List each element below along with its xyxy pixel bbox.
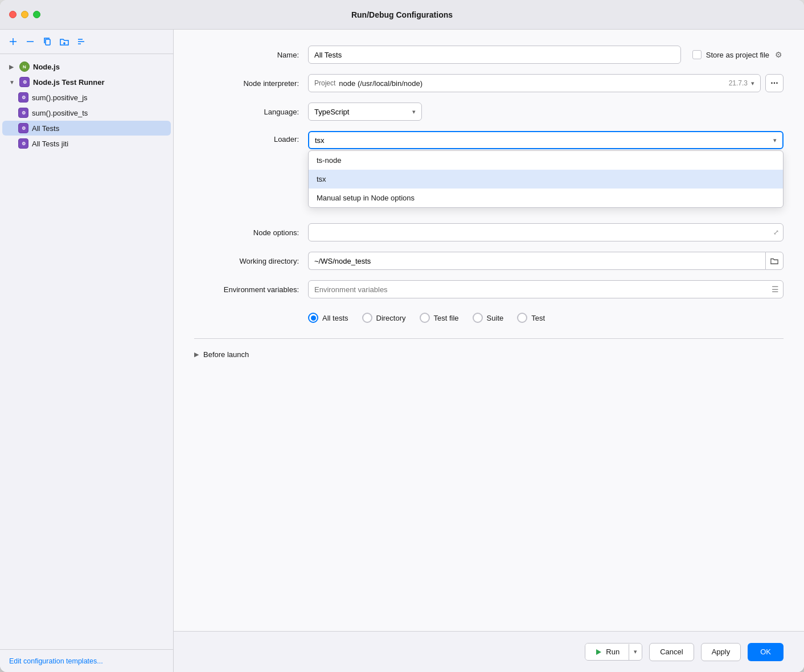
sidebar-item-sum-positive-js[interactable]: ⚙ sum().positive_js (2, 90, 171, 105)
loader-value: tsx (315, 136, 325, 145)
minimize-button[interactable] (21, 11, 28, 18)
before-launch[interactable]: ▶ Before launch (194, 350, 784, 359)
radio-all-tests-outer (308, 313, 318, 323)
loader-dropdown: ts-node tsx Manual setup in Node options (308, 150, 784, 208)
interpreter-more-button[interactable]: ··· (765, 74, 784, 92)
traffic-lights (9, 11, 40, 18)
sort-button[interactable] (75, 35, 88, 48)
cancel-button[interactable]: Cancel (649, 643, 694, 661)
run-dropdown-button[interactable]: ▾ (629, 644, 642, 659)
name-row: Name: Store as project file ⚙ (194, 46, 784, 64)
sidebar-item-label: sum().positive_js (32, 93, 88, 102)
svg-rect-3 (46, 39, 50, 45)
interpreter-path: node (/usr/local/bin/node) (339, 79, 422, 88)
env-vars-field: ☰ (308, 280, 784, 298)
ok-button[interactable]: OK (748, 643, 784, 661)
sidebar-item-label: sum().positive_ts (32, 109, 88, 117)
sidebar-item-sum-positive-ts[interactable]: ⚙ sum().positive_ts (2, 105, 171, 120)
test-scope-group: All tests Directory Test file (308, 313, 545, 323)
language-select[interactable]: TypeScript ▾ (308, 103, 422, 121)
working-dir-field (308, 252, 784, 270)
radio-suite[interactable]: Suite (473, 313, 504, 323)
loader-row: Loader: tsx ▾ ts-node tsx Manual setup i… (194, 131, 784, 149)
test-icon: ⚙ (18, 123, 28, 133)
working-dir-input[interactable] (308, 252, 765, 270)
test-runner-icon: ⚙ (19, 77, 30, 87)
copy-config-button[interactable] (41, 35, 54, 48)
test-scope-row: All tests Directory Test file (194, 309, 784, 327)
run-button[interactable]: Run (585, 644, 629, 660)
new-folder-button[interactable] (58, 35, 71, 48)
language-label: Language: (194, 108, 308, 116)
language-value: TypeScript (314, 108, 349, 116)
sidebar-toolbar (0, 30, 173, 54)
name-input[interactable] (308, 46, 681, 64)
apply-button[interactable]: Apply (701, 643, 741, 661)
before-launch-label: Before launch (203, 350, 249, 359)
radio-all-tests-label: All tests (322, 314, 348, 322)
radio-all-tests[interactable]: All tests (308, 313, 348, 323)
sidebar-item-all-tests[interactable]: ⚙ All Tests (2, 121, 171, 136)
edit-templates-link[interactable]: Edit configuration templates... (9, 657, 103, 665)
add-config-button[interactable] (7, 35, 19, 48)
radio-test[interactable]: Test (517, 313, 545, 323)
loader-option-manual[interactable]: Manual setup in Node options (309, 189, 783, 207)
sidebar-item-nodejs[interactable]: ▶ N Node.js (2, 59, 171, 74)
name-label: Name: (194, 51, 308, 59)
env-vars-row: Environment variables: ☰ (194, 280, 784, 298)
expand-icon: ⤢ (773, 228, 779, 236)
titlebar: Run/Debug Configurations (0, 0, 804, 30)
section-divider (194, 338, 784, 339)
language-chevron-icon: ▾ (412, 108, 416, 116)
language-row: Language: TypeScript ▾ (194, 103, 784, 121)
test-icon: ⚙ (18, 92, 28, 103)
store-project-label: Store as project file (706, 51, 769, 59)
sidebar-item-nodejs-test-runner[interactable]: ▼ ⚙ Node.js Test Runner (2, 75, 171, 89)
sidebar-footer: Edit configuration templates... (0, 649, 173, 672)
sidebar-item-all-tests-jiti[interactable]: ⚙ All Tests jiti (2, 136, 171, 151)
loader-dropdown-container: tsx ▾ ts-node tsx Manual setup in Node o… (308, 131, 784, 149)
node-options-field: ⤢ (308, 223, 784, 241)
interpreter-select[interactable]: Project node (/usr/local/bin/node) 21.7.… (308, 74, 761, 92)
config-form: Name: Store as project file ⚙ Node inter… (174, 30, 804, 631)
nodejs-icon: N (19, 62, 30, 72)
main-content: ▶ N Node.js ▼ ⚙ Node.js Test Runner (0, 30, 804, 672)
env-vars-input[interactable] (308, 280, 784, 298)
env-vars-icon: ☰ (772, 285, 779, 294)
sidebar-item-label: All Tests (32, 124, 59, 133)
radio-test-outer (517, 313, 527, 323)
interpreter-field: Project node (/usr/local/bin/node) 21.7.… (308, 74, 784, 92)
loader-option-tsx[interactable]: tsx (309, 170, 783, 189)
radio-test-file[interactable]: Test file (420, 313, 459, 323)
loader-option-ts-node[interactable]: ts-node (309, 151, 783, 170)
radio-directory-label: Directory (376, 314, 406, 322)
working-dir-row: Working directory: (194, 252, 784, 270)
loader-label: Loader: (194, 131, 308, 144)
right-panel: Name: Store as project file ⚙ Node inter… (174, 30, 804, 672)
test-icon: ⚙ (18, 138, 28, 149)
sidebar-item-label: All Tests jiti (32, 140, 68, 148)
node-options-label: Node options: (194, 228, 308, 237)
folder-browse-button[interactable] (765, 252, 784, 270)
close-button[interactable] (9, 11, 17, 18)
loader-select[interactable]: tsx ▾ (308, 131, 784, 149)
store-project-container: Store as project file ⚙ (692, 49, 784, 60)
maximize-button[interactable] (33, 11, 40, 18)
radio-directory[interactable]: Directory (362, 313, 406, 323)
node-options-input[interactable] (308, 223, 784, 241)
radio-test-file-label: Test file (434, 314, 459, 322)
window-title: Run/Debug Configurations (351, 10, 453, 19)
test-icon: ⚙ (18, 108, 28, 118)
radio-test-file-outer (420, 313, 430, 323)
radio-suite-outer (473, 313, 483, 323)
gear-button[interactable]: ⚙ (774, 49, 784, 60)
run-label: Run (606, 648, 620, 656)
before-launch-chevron-icon: ▶ (194, 351, 199, 358)
play-triangle (596, 649, 601, 655)
store-project-checkbox[interactable] (692, 50, 702, 59)
sidebar: ▶ N Node.js ▼ ⚙ Node.js Test Runner (0, 30, 174, 672)
interpreter-project-label: Project (314, 79, 335, 87)
play-icon (594, 648, 602, 656)
interpreter-row: Node interpreter: Project node (/usr/loc… (194, 74, 784, 92)
remove-config-button[interactable] (24, 35, 36, 48)
